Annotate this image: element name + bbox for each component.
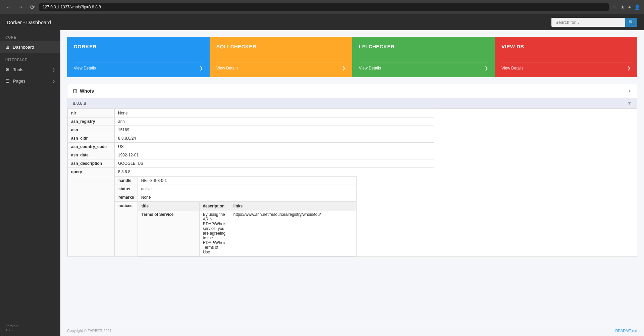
card-dorker-link-text: View Details [74, 66, 96, 70]
sidebar-item-dashboard-label: Dashboard [13, 45, 34, 50]
card-dorker[interactable]: DORKER View Details ❯ [67, 37, 210, 77]
card-lfi-arrow-icon: ❯ [485, 66, 488, 70]
card-viewdb-link[interactable]: View Details ❯ [501, 62, 631, 70]
main-content: DORKER View Details ❯ SQLI CHECKER View … [60, 30, 644, 325]
row-nested: handle NET-8-8-8-0-1 status active [115, 176, 434, 257]
tools-icon: ⚙ [5, 67, 10, 72]
row-key: asn_country_code [68, 143, 115, 151]
row-value: 15169 [115, 126, 434, 134]
whois-panel-title: ◫ Whois [73, 88, 94, 94]
card-viewdb-arrow-icon: ❯ [627, 66, 631, 70]
row-value: US [115, 143, 434, 151]
card-dorker-arrow-icon: ❯ [200, 66, 203, 70]
sidebar-item-tools-left: ⚙ Tools [5, 67, 23, 72]
table-row: asn_cidr 8.8.8.0/24 [68, 134, 637, 143]
pages-icon: ☰ [5, 78, 10, 84]
tool-cards: DORKER View Details ❯ SQLI CHECKER View … [67, 37, 637, 77]
card-lfi[interactable]: LFI CHECKER View Details ❯ [352, 37, 495, 77]
dashboard-icon: ⊞ [5, 44, 9, 50]
sidebar-item-tools-label: Tools [13, 67, 23, 72]
row-value: GOOGLE, US [115, 159, 434, 168]
back-button[interactable]: ← [4, 3, 13, 11]
sidebar-item-pages[interactable]: ☰ Pages ❯ [0, 75, 60, 87]
expand-icon[interactable]: ▲ [628, 89, 632, 93]
card-sqli-link[interactable]: View Details ❯ [216, 62, 345, 70]
star-icon: ★ [621, 4, 625, 10]
row-value: 1992-12-01 [115, 151, 434, 159]
row-key: nir [68, 109, 115, 117]
card-dorker-link[interactable]: View Details ❯ [74, 62, 203, 70]
row-key: query [68, 168, 115, 176]
reload-button[interactable]: ⟳ [28, 3, 37, 11]
readme-link[interactable]: README.md [615, 329, 637, 333]
layout: CORE ⊞ Dashboard INTERFACE ⚙ Tools ❯ ☰ P… [0, 30, 644, 336]
table-row: asn_registry arin [68, 117, 637, 126]
table-row: asn_country_code US [68, 143, 637, 151]
table-icon: ◫ [73, 88, 77, 94]
url-bar[interactable] [39, 3, 609, 11]
table-row: asn_description GOOGLE, US [68, 159, 637, 168]
whois-ip-bar: 8.8.8.8 ▼ [67, 98, 637, 109]
table-row: asn_date 1992-12-01 [68, 151, 637, 159]
row-key: asn_date [68, 151, 115, 159]
card-sqli-link-text: View Details [216, 66, 238, 70]
app-title: Dorker - Dashboard [7, 19, 51, 25]
sidebar-item-dashboard-left: ⊞ Dashboard [5, 44, 34, 50]
app-header: Dorker - Dashboard 🔍 [0, 14, 644, 30]
version-value: 1.7.2 [5, 328, 55, 332]
header-search: 🔍 [551, 18, 637, 27]
table-row: handle NET-8-8-8-0-1 status active [68, 176, 637, 257]
sidebar-item-pages-label: Pages [13, 79, 25, 84]
whois-table-container[interactable]: nir None asn_registry arin asn 15169 [67, 109, 637, 256]
tools-chevron-icon: ❯ [52, 68, 55, 71]
table-row: asn 15169 [68, 126, 637, 134]
sidebar-core-label: CORE [0, 30, 60, 41]
whois-panel-header: ◫ Whois ▲ [67, 84, 637, 98]
row-key: asn [68, 126, 115, 134]
copyright-text: Copyright © FARBER 2021 [67, 329, 112, 333]
card-sqli-arrow-icon: ❯ [342, 66, 345, 70]
row-key: asn_registry [68, 117, 115, 126]
sidebar-item-pages-left: ☰ Pages [5, 78, 25, 84]
whois-table: nir None asn_registry arin asn 15169 [67, 109, 637, 256]
row-key: asn_cidr [68, 134, 115, 143]
pages-chevron-icon: ❯ [52, 79, 55, 83]
sidebar: CORE ⊞ Dashboard INTERFACE ⚙ Tools ❯ ☰ P… [0, 30, 60, 336]
row-value: 8.8.8.0/24 [115, 134, 434, 143]
main-footer: Copyright © FARBER 2021 README.md [60, 325, 644, 336]
sidebar-item-dashboard[interactable]: ⊞ Dashboard [0, 41, 60, 53]
extension-icon: ◾ [611, 4, 617, 10]
table-row: query 8.8.8.8 [68, 168, 637, 176]
search-input[interactable] [551, 18, 625, 27]
sidebar-item-tools[interactable]: ⚙ Tools ❯ [0, 64, 60, 75]
extension2-icon: ● [628, 4, 631, 10]
browser-bar: ← → ⟳ ◾ ★ ● 👤 [0, 0, 644, 14]
forward-button[interactable]: → [16, 3, 25, 11]
avatar-icon: 👤 [634, 4, 640, 10]
row-key [68, 176, 115, 257]
card-viewdb-title: VIEW DB [501, 44, 631, 49]
whois-ip-value: 8.8.8.8 [73, 101, 86, 106]
card-viewdb-link-text: View Details [501, 66, 524, 70]
row-value: 8.8.8.8 [115, 168, 434, 176]
sidebar-interface-label: INTERFACE [0, 53, 60, 64]
browser-icons: ◾ ★ ● 👤 [611, 4, 640, 10]
row-value: None [115, 109, 434, 117]
card-lfi-link-text: View Details [359, 66, 381, 70]
row-value: arin [115, 117, 434, 126]
card-sqli[interactable]: SQLI CHECKER View Details ❯ [210, 37, 352, 77]
version-label: Version: [5, 324, 55, 328]
sidebar-footer: Version: 1.7.2 [0, 320, 60, 336]
search-button[interactable]: 🔍 [625, 18, 637, 27]
whois-panel: ◫ Whois ▲ 8.8.8.8 ▼ nir N [67, 84, 637, 257]
whois-ip-icon: ▼ [627, 101, 632, 106]
table-row: nir None [68, 109, 637, 117]
card-dorker-title: DORKER [74, 44, 203, 49]
card-sqli-title: SQLI CHECKER [216, 44, 345, 49]
card-viewdb[interactable]: VIEW DB View Details ❯ [495, 37, 637, 77]
card-lfi-link[interactable]: View Details ❯ [359, 62, 488, 70]
card-lfi-title: LFI CHECKER [359, 44, 488, 49]
row-key: asn_description [68, 159, 115, 168]
